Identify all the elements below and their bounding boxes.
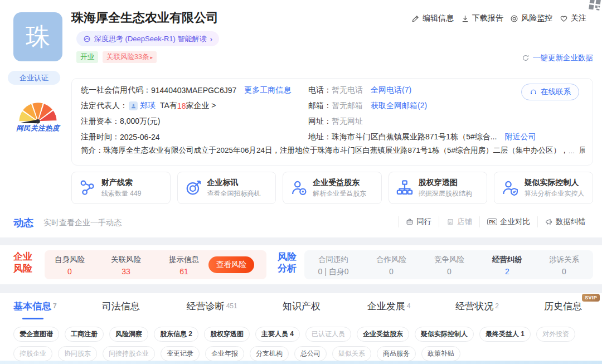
analysis-label: 合作风险	[362, 255, 420, 265]
tab-operation-diagnosis[interactable]: 经营诊断451	[187, 300, 237, 319]
related-risk-badge[interactable]: 关联风险33条 ▸	[103, 51, 157, 63]
hint-info-stat[interactable]: 提示信息 61	[159, 255, 209, 276]
tab-company-development[interactable]: 企业发展4	[367, 300, 411, 319]
enterprise-risk-title-line2: 风险	[13, 263, 32, 274]
tab-judicial-info[interactable]: 司法信息	[102, 300, 142, 319]
tab-label: 经营诊断	[187, 301, 225, 312]
update-data-label: 一键更新企业数据	[533, 53, 593, 63]
risk-monitor-button[interactable]: 风险监控	[510, 13, 552, 23]
phone-empty-value: 暂无电话	[332, 85, 363, 95]
reg-capital-label: 注册资本：	[81, 117, 120, 127]
card-subtitle: 解析企业受益股东	[313, 189, 366, 198]
intro-row: 简介： 珠海厚全生态农业有限公司成立于2025年06月24日，注册地位于珠海市斗…	[81, 145, 585, 156]
phone-row: 电话： 暂无电话 全网电话(7)	[308, 85, 411, 95]
risk-analysis-title-line1: 风险	[278, 251, 297, 263]
data-correction-label: 数据纠错	[556, 217, 586, 227]
stat-label: 自身风险	[45, 255, 95, 265]
pill-goods-services[interactable]: 商品服务	[377, 346, 416, 361]
pill-co-shareholders: 协同股东	[58, 346, 97, 361]
pill-head-office[interactable]: 总公司	[294, 346, 327, 361]
expand-link[interactable]: 展开 ∨	[579, 145, 585, 156]
tab-label: 经营状况	[455, 301, 493, 312]
competition-risk-col[interactable]: 竞争风险 0	[420, 255, 478, 276]
pill-change-records[interactable]: 变更记录	[161, 346, 200, 361]
tab-history-info[interactable]: 历史信息 SVIP	[544, 300, 582, 319]
tab-basic-info[interactable]: 基本信息7	[13, 300, 57, 319]
card-actual-controller[interactable]: 疑似实际控制人 算法分析企业实控人	[494, 172, 593, 204]
analysis-value: 2	[478, 267, 536, 276]
shop-link[interactable]: 店铺	[439, 216, 479, 227]
follow-button[interactable]: 关注	[560, 13, 586, 23]
edit-pencil-icon	[411, 14, 420, 23]
peers-link[interactable]: 同行	[398, 216, 439, 227]
analysis-value: 0 | 自身0	[304, 267, 362, 277]
contract-breach-col[interactable]: 合同违约 0 | 自身0	[304, 255, 362, 277]
asset-clue-icon	[79, 179, 96, 196]
active-tab-underline	[22, 318, 43, 320]
stat-label: 关联风险	[101, 255, 151, 265]
legal-rep-suffix-link[interactable]: 家企业 >	[186, 101, 216, 111]
business-dispute-col[interactable]: 经营纠纷 2	[478, 255, 536, 276]
gauge-label: 网民关注热度	[8, 124, 68, 133]
edit-info-button[interactable]: 编辑信息	[411, 13, 454, 23]
update-data-link[interactable]: 一键更新企业数据	[513, 53, 593, 63]
svip-badge: SVIP	[582, 294, 600, 302]
dynamics-title: 动态	[13, 216, 33, 230]
pill-policy-subsidies[interactable]: 政策补贴	[421, 346, 460, 361]
deepseek-ai-badge[interactable]: 深度思考 (DeepSeek-R1) 智能解读 ›	[76, 31, 219, 46]
peers-bag-icon	[406, 218, 414, 226]
related-risk-stat[interactable]: 关联风险 33	[101, 255, 151, 276]
pill-branches[interactable]: 分支机构	[250, 346, 289, 361]
qr-code-icon[interactable]	[588, 0, 602, 11]
more-business-info-link[interactable]: 更多工商信息	[244, 85, 291, 95]
sub-nav-pills: 爱企查图谱 工商注册 风险洞察 股东信息 2 股权穿透图 主要人员 4 已认证人…	[13, 327, 596, 361]
download-icon	[461, 14, 469, 23]
pill-key-personnel[interactable]: 主要人员 4	[255, 327, 300, 342]
dynamics-subtitle: 实时查看企业一手动态	[43, 218, 122, 228]
shop-label: 店铺	[457, 217, 472, 227]
litigation-relation-col[interactable]: 涉诉关系 0	[535, 255, 593, 276]
legal-rep-name-link[interactable]: 郑瑛	[140, 101, 156, 111]
website-empty-value: 暂无网址	[332, 117, 363, 127]
pill-aiqicha-graph[interactable]: 爱企查图谱	[13, 327, 59, 342]
tab-intellectual-property[interactable]: 知识产权	[283, 300, 322, 319]
pill-business-registration[interactable]: 工商注册	[65, 327, 104, 342]
all-phone-link[interactable]: 全网电话(7)	[371, 85, 411, 95]
tab-operation-status[interactable]: 经营状况2	[455, 300, 499, 319]
pill-suspected-relations: 疑似关系	[332, 346, 371, 361]
card-asset-clues[interactable]: 财产线索 线索数量 449	[71, 172, 171, 204]
pill-shareholder-info[interactable]: 股东信息 2	[154, 327, 198, 342]
status-open-badge: 开业	[76, 51, 98, 63]
self-risk-stat[interactable]: 自身风险 0	[45, 255, 95, 276]
pill-beneficial-shareholders[interactable]: 企业受益股东	[357, 327, 409, 342]
enterprise-risk-title: 企业 风险	[13, 251, 32, 274]
pill-equity-penetration[interactable]: 股权穿透图	[204, 327, 250, 342]
card-title: 股权穿透图	[419, 178, 472, 187]
pill-ultimate-beneficiary[interactable]: 最终受益人 1	[479, 327, 531, 342]
email-row: 邮箱： 暂无邮箱 获取全网邮箱(2)	[308, 101, 427, 111]
tab-label: 司法信息	[102, 301, 140, 312]
get-email-link[interactable]: 获取全网邮箱(2)	[371, 101, 427, 111]
pill-annual-reports[interactable]: 企业年报	[205, 346, 244, 361]
download-report-button[interactable]: 下载报告	[461, 13, 503, 23]
card-bid-news[interactable]: 企业标讯 查看全国招标商机	[177, 172, 276, 204]
pill-suspected-controller[interactable]: 疑似实际控制人	[415, 327, 474, 342]
nearby-companies-link[interactable]: 附近公司	[504, 132, 536, 142]
enterprise-risk-title-line1: 企业	[13, 251, 32, 263]
view-risk-button[interactable]: 查看风险	[208, 256, 254, 273]
data-correction-link[interactable]: 数据纠错	[537, 216, 593, 227]
risk-monitor-icon	[510, 14, 518, 23]
card-subtitle: 算法分析企业实控人	[524, 189, 584, 198]
intro-label: 简介：	[81, 145, 104, 156]
online-contact-button[interactable]: 在线联系	[521, 84, 579, 100]
card-beneficial-shareholders[interactable]: 企业受益股东 解析企业受益股东	[283, 172, 382, 204]
pill-risk-insight[interactable]: 风险洞察	[109, 327, 148, 342]
intro-ellipsis: ...	[569, 147, 575, 155]
edit-info-label: 编辑信息	[423, 13, 454, 23]
company-compare-link[interactable]: PK 企业对比	[479, 216, 537, 227]
attention-gauge	[14, 96, 61, 126]
cooperation-risk-col[interactable]: 合作风险 0	[362, 255, 420, 276]
enterprise-cert-badge[interactable]: 企业认证	[8, 71, 60, 85]
pill-certified-personnel: 已认证人员	[305, 327, 351, 342]
card-equity-chart[interactable]: 股权穿透图 挖掘深层股权结构	[389, 172, 488, 204]
